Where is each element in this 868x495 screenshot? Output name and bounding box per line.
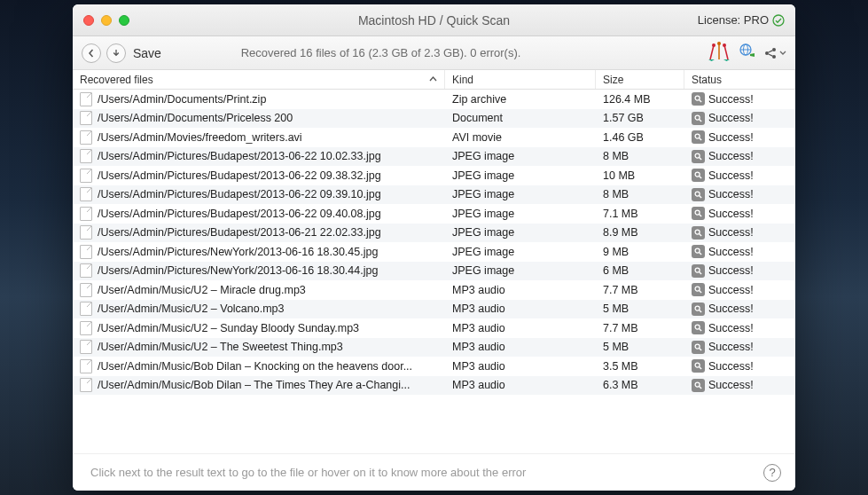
file-path: /User/Admin/Music/U2 – The Sweetest Thin…	[98, 341, 343, 353]
svg-point-7	[772, 48, 776, 51]
footer: Click next to the result text to go to t…	[73, 453, 795, 491]
reveal-icon[interactable]	[692, 92, 705, 106]
svg-point-20	[695, 306, 700, 310]
reveal-icon[interactable]	[692, 245, 705, 258]
spacer	[73, 427, 795, 453]
file-kind: AVI movie	[445, 131, 596, 144]
reveal-icon[interactable]	[692, 188, 705, 201]
minimize-button[interactable]	[101, 15, 112, 26]
file-icon	[80, 207, 92, 221]
save-button[interactable]: Save	[133, 46, 161, 60]
save-icon-button[interactable]	[106, 43, 126, 63]
table-row[interactable]: /Users/Admin/Pictures/Budapest/2013-06-2…	[73, 147, 795, 167]
table-row[interactable]: /Users/Admin/Pictures/Budapest/2013-06-2…	[73, 224, 795, 243]
table-row[interactable]: /User/Admin/Music/Bob Dilan – The Times …	[73, 376, 795, 396]
svg-point-16	[695, 230, 700, 234]
file-path: /Users/Admin/Movies/freedom_writers.avi	[98, 131, 302, 144]
file-kind: JPEG image	[445, 226, 596, 239]
zoom-button[interactable]	[119, 15, 129, 26]
column-header-size[interactable]: Size	[596, 70, 684, 89]
file-status: Success!	[708, 341, 754, 353]
file-icon	[80, 149, 92, 163]
svg-point-15	[695, 210, 700, 215]
table-row[interactable]: /Users/Admin/Movies/freedom_writers.aviA…	[73, 128, 795, 147]
file-path: /Users/Admin/Documents/Priceless 200	[98, 112, 293, 124]
file-path: /Users/Admin/Pictures/NewYork/2013-06-16…	[98, 264, 378, 277]
file-status: Success!	[708, 226, 754, 239]
svg-point-6	[765, 51, 769, 55]
reveal-icon[interactable]	[692, 226, 705, 240]
table-row[interactable]: /Users/Admin/Documents/Priceless 200Docu…	[73, 109, 795, 129]
file-path: /User/Admin/Music/U2 – Sunday Bloody Sun…	[98, 322, 359, 334]
reveal-icon[interactable]	[692, 379, 705, 392]
file-path: /Users/Admin/Pictures/Budapest/2013-06-2…	[98, 169, 381, 182]
file-size: 1.57 GB	[596, 112, 684, 124]
column-header-kind[interactable]: Kind	[445, 70, 596, 89]
file-path: /Users/Admin/Pictures/NewYork/2013-06-16…	[98, 246, 378, 258]
table-row[interactable]: /User/Admin/Music/U2 – Sunday Bloody Sun…	[73, 318, 795, 338]
table-row[interactable]: /Users/Admin/Pictures/Budapest/2013-06-2…	[73, 204, 795, 224]
table-row[interactable]: /Users/Admin/Documents/Print.zipZip arch…	[73, 90, 795, 109]
reveal-icon[interactable]	[692, 302, 705, 316]
table-row[interactable]: /Users/Admin/Pictures/Budapest/2013-06-2…	[73, 166, 795, 185]
help-button[interactable]: ?	[763, 464, 781, 482]
check-circle-icon	[772, 14, 785, 27]
chevron-down-icon	[779, 50, 786, 57]
file-kind: JPEG image	[445, 150, 596, 162]
column-header-status[interactable]: Status	[684, 70, 795, 89]
table-row[interactable]: /User/Admin/Music/Bob Dilan – Knocking o…	[73, 357, 795, 376]
file-status: Success!	[708, 112, 754, 124]
column-header-path[interactable]: Recovered files	[73, 70, 445, 89]
file-status: Success!	[708, 150, 754, 162]
table-row[interactable]: /Users/Admin/Pictures/Budapest/2013-06-2…	[73, 185, 795, 205]
file-icon	[80, 378, 92, 392]
svg-point-3	[723, 43, 726, 47]
reveal-icon[interactable]	[692, 130, 705, 144]
file-size: 10 MB	[596, 169, 684, 182]
file-kind: JPEG image	[445, 188, 596, 200]
reveal-icon[interactable]	[692, 283, 705, 296]
svg-point-24	[695, 382, 700, 387]
svg-point-21	[695, 325, 700, 329]
svg-point-12	[695, 153, 700, 158]
file-size: 7.1 MB	[596, 208, 684, 220]
file-icon	[80, 225, 92, 240]
reveal-icon[interactable]	[692, 341, 705, 354]
file-size: 1.46 GB	[596, 131, 684, 144]
file-status: Success!	[708, 131, 754, 144]
license-badge[interactable]: License: PRO	[698, 13, 785, 27]
reveal-icon[interactable]	[692, 150, 705, 163]
close-button[interactable]	[83, 15, 94, 26]
table-row[interactable]: /User/Admin/Music/U2 – The Sweetest Thin…	[73, 338, 795, 358]
reveal-icon[interactable]	[692, 359, 705, 373]
file-kind: JPEG image	[445, 264, 596, 277]
file-path: /User/Admin/Music/Bob Dilan – Knocking o…	[98, 360, 412, 373]
file-path: /Users/Admin/Pictures/Budapest/2013-06-2…	[98, 150, 381, 162]
file-status: Success!	[708, 284, 754, 296]
reveal-icon[interactable]	[692, 169, 705, 182]
file-size: 9 MB	[596, 246, 684, 258]
svg-point-1	[712, 43, 716, 47]
svg-point-19	[695, 287, 700, 291]
reveal-icon[interactable]	[692, 264, 705, 278]
share-button[interactable]	[763, 46, 786, 60]
file-kind: JPEG image	[445, 208, 596, 220]
table-row[interactable]: /Users/Admin/Pictures/NewYork/2013-06-16…	[73, 262, 795, 281]
table-row[interactable]: /User/Admin/Music/U2 – Volcano.mp3MP3 au…	[73, 300, 795, 319]
table-row[interactable]: /User/Admin/Music/U2 – Miracle drug.mp3M…	[73, 280, 795, 300]
reveal-icon[interactable]	[692, 112, 705, 125]
back-button[interactable]	[82, 43, 101, 63]
svg-point-11	[695, 134, 700, 138]
file-size: 8 MB	[596, 188, 684, 200]
reveal-icon[interactable]	[692, 321, 705, 334]
file-size: 7.7 MB	[596, 284, 684, 296]
file-icon	[80, 283, 92, 297]
reveal-icon[interactable]	[692, 207, 705, 220]
file-icon	[80, 169, 92, 183]
window-title: Macintosh HD / Quick Scan	[73, 13, 795, 28]
table-row[interactable]: /Users/Admin/Pictures/NewYork/2013-06-16…	[73, 242, 795, 262]
svg-point-10	[695, 115, 700, 120]
globe-flag-icon[interactable]	[739, 43, 756, 63]
file-kind: MP3 audio	[445, 302, 596, 315]
svg-point-0	[773, 15, 784, 26]
